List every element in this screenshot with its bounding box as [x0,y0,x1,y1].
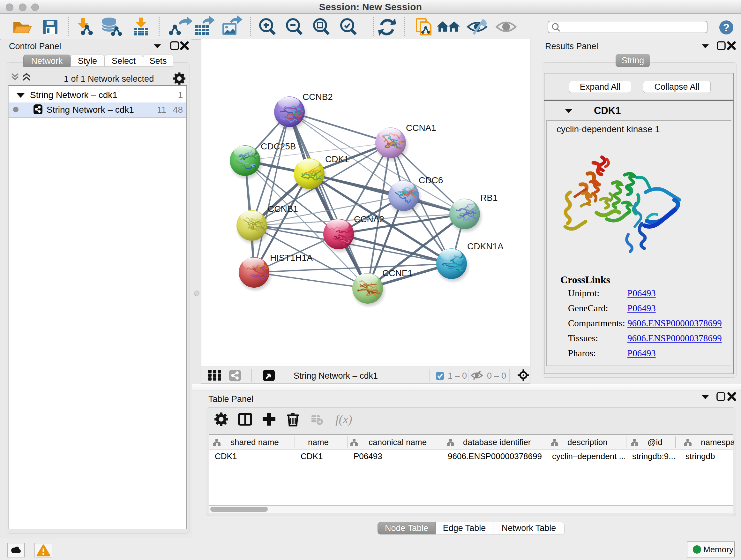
svg-text:namespace: namespace [701,437,734,447]
svg-text:canonical name: canonical name [368,437,427,447]
svg-text:shared name: shared name [230,437,279,447]
svg-text:Memory: Memory [703,545,733,554]
svg-text:RB1: RB1 [480,193,497,203]
svg-text:0 – 0: 0 – 0 [487,371,506,381]
svg-text:CDC25B: CDC25B [261,141,296,151]
svg-text:CCNE1: CCNE1 [382,268,413,278]
svg-text:48: 48 [173,105,183,115]
svg-text:@id: @id [648,437,663,447]
svg-text:CCNA2: CCNA2 [354,214,384,224]
svg-text:CCNB2: CCNB2 [302,92,333,102]
svg-text:HIST1H1A: HIST1H1A [270,253,313,263]
svg-text:CDK1: CDK1 [325,154,349,164]
svg-text:database identifier: database identifier [463,437,531,447]
svg-text:CDK1: CDK1 [215,451,237,461]
svg-text:1 of 1 Network selected: 1 of 1 Network selected [64,74,154,84]
svg-text:stringdb:9...: stringdb:9... [632,451,676,461]
svg-text:1: 1 [178,90,183,100]
svg-text:description: description [567,437,608,447]
svg-text:CDC6: CDC6 [419,175,443,185]
svg-text:9606.ENSP00000378699: 9606.ENSP00000378699 [448,451,542,461]
svg-text:String Network – cdk1: String Network – cdk1 [47,105,134,115]
svg-text:String Network – cdk1: String Network – cdk1 [293,371,378,381]
svg-text:1 – 0: 1 – 0 [448,371,467,381]
svg-text:P06493: P06493 [354,451,382,461]
svg-text:CCNB1: CCNB1 [268,204,298,214]
svg-text:f(x): f(x) [335,413,352,426]
svg-text:CDK1: CDK1 [594,105,621,116]
svg-text:CDKN1A: CDKN1A [467,241,503,251]
svg-text:CDK1: CDK1 [300,451,323,461]
svg-text:String Network – cdk1: String Network – cdk1 [30,90,118,100]
svg-text:cyclin–dependent ...: cyclin–dependent ... [552,451,626,461]
svg-text:11: 11 [157,105,166,115]
svg-text:CCNA1: CCNA1 [406,123,436,133]
svg-text:stringdb: stringdb [685,451,715,461]
svg-text:name: name [308,437,329,447]
